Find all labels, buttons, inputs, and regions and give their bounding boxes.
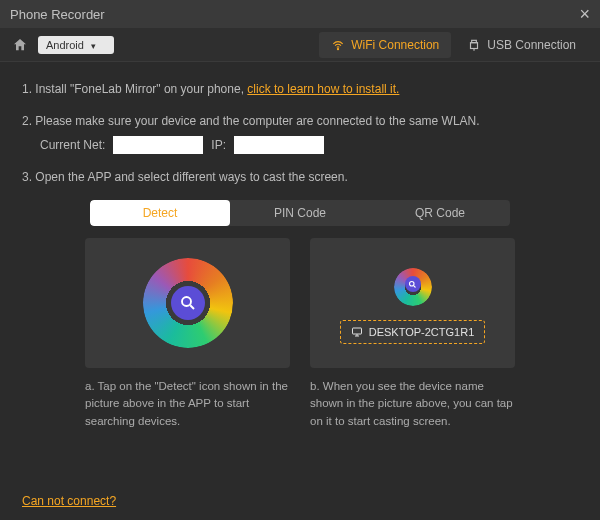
panel-b: DESKTOP-2CTG1R1 b. When you see the devi…: [310, 238, 515, 430]
step-2: 2. Please make sure your device and the …: [22, 112, 578, 154]
step-1: 1. Install "FoneLab Mirror" on your phon…: [22, 80, 578, 98]
install-link[interactable]: click to learn how to install it.: [247, 82, 399, 96]
footer: Can not connect?: [22, 494, 116, 508]
device-chip[interactable]: DESKTOP-2CTG1R1: [340, 320, 486, 344]
device-name: DESKTOP-2CTG1R1: [369, 326, 475, 338]
panel-b-visual: DESKTOP-2CTG1R1: [310, 238, 515, 368]
svg-point-0: [338, 48, 339, 49]
step-1-text: 1. Install "FoneLab Mirror" on your phon…: [22, 82, 247, 96]
usb-icon: [467, 38, 481, 52]
search-icon: [171, 286, 205, 320]
panel-a: a. Tap on the "Detect" icon shown in the…: [85, 238, 290, 430]
step-3-text: 3. Open the APP and select different way…: [22, 170, 348, 184]
cannot-connect-link[interactable]: Can not connect?: [22, 494, 116, 508]
platform-value: Android: [46, 39, 84, 51]
ip-field[interactable]: [234, 136, 324, 154]
window-title: Phone Recorder: [10, 7, 105, 22]
tab-pin-code[interactable]: PIN Code: [230, 200, 370, 226]
current-net-field[interactable]: [113, 136, 203, 154]
cast-tabs: Detect PIN Code QR Code: [90, 200, 510, 226]
current-net-label: Current Net:: [40, 136, 105, 154]
monitor-icon: [351, 326, 363, 338]
search-small-icon: [405, 276, 421, 292]
svg-point-4: [182, 297, 191, 306]
svg-line-7: [414, 285, 416, 287]
step-3: 3. Open the APP and select different way…: [22, 168, 578, 186]
content: 1. Install "FoneLab Mirror" on your phon…: [0, 62, 600, 442]
svg-point-6: [410, 281, 415, 286]
usb-tab-label: USB Connection: [487, 38, 576, 52]
panel-a-visual: [85, 238, 290, 368]
tab-detect[interactable]: Detect: [90, 200, 230, 226]
tab-qr-code[interactable]: QR Code: [370, 200, 510, 226]
panel-b-caption: b. When you see the device name shown in…: [310, 378, 515, 430]
close-icon[interactable]: ×: [579, 4, 590, 25]
svg-rect-8: [352, 328, 361, 334]
chevron-down-icon: ▾: [91, 41, 96, 51]
wifi-icon: [331, 38, 345, 52]
svg-line-5: [190, 305, 194, 309]
home-icon[interactable]: [12, 37, 28, 53]
ip-label: IP:: [211, 136, 226, 154]
toolbar: Android ▾ WiFi Connection USB Connection: [0, 28, 600, 62]
wifi-connection-tab[interactable]: WiFi Connection: [319, 32, 451, 58]
wifi-tab-label: WiFi Connection: [351, 38, 439, 52]
panel-a-caption: a. Tap on the "Detect" icon shown in the…: [85, 378, 290, 430]
titlebar: Phone Recorder ×: [0, 0, 600, 28]
usb-connection-tab[interactable]: USB Connection: [455, 32, 588, 58]
svg-rect-2: [471, 42, 478, 48]
step-2-text: 2. Please make sure your device and the …: [22, 114, 480, 128]
platform-select[interactable]: Android ▾: [38, 36, 114, 54]
